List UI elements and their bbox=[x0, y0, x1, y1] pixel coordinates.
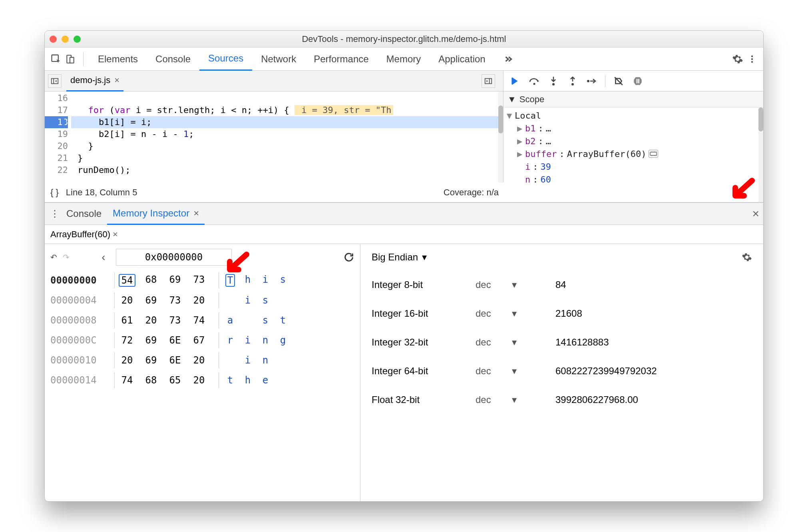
hex-char[interactable]: g bbox=[278, 335, 288, 346]
tab-console[interactable]: Console bbox=[147, 48, 199, 71]
hex-byte[interactable]: 74 bbox=[191, 315, 207, 326]
hex-char[interactable]: i bbox=[243, 335, 253, 346]
hex-byte[interactable]: 74 bbox=[119, 375, 135, 386]
hex-char[interactable]: t bbox=[278, 315, 288, 326]
close-subtab-icon[interactable]: × bbox=[113, 229, 118, 239]
tab-application[interactable]: Application bbox=[430, 48, 494, 71]
scope-section-header[interactable]: ▼ Scope bbox=[504, 91, 763, 107]
close-drawer-icon[interactable]: × bbox=[752, 207, 759, 220]
hex-char[interactable]: i bbox=[243, 355, 253, 366]
inspect-element-icon[interactable] bbox=[49, 52, 63, 66]
value-format-select[interactable]: dec▾ bbox=[476, 337, 555, 348]
hex-byte[interactable]: 69 bbox=[167, 274, 183, 287]
hex-char[interactable] bbox=[278, 295, 288, 306]
endianness-select[interactable]: Big Endian ▾ bbox=[372, 252, 427, 263]
kebab-menu-icon[interactable] bbox=[745, 52, 759, 66]
hex-byte[interactable]: 20 bbox=[191, 355, 207, 366]
tab-performance[interactable]: Performance bbox=[305, 48, 377, 71]
hex-row[interactable]: 0000000420697320 is bbox=[50, 290, 354, 310]
pretty-print-icon[interactable]: { } bbox=[50, 187, 59, 198]
hex-char[interactable]: t bbox=[225, 375, 235, 386]
hex-char[interactable] bbox=[278, 355, 288, 366]
hex-char[interactable]: s bbox=[261, 315, 270, 326]
drawer-tab-console[interactable]: Console bbox=[61, 202, 107, 225]
debugger-pane-toggle-icon[interactable] bbox=[482, 74, 495, 88]
hex-byte[interactable]: 69 bbox=[143, 355, 159, 366]
hex-byte[interactable]: 68 bbox=[143, 274, 159, 287]
hex-byte[interactable]: 73 bbox=[167, 315, 183, 326]
refresh-icon[interactable] bbox=[343, 252, 354, 263]
resume-button[interactable] bbox=[509, 75, 521, 87]
value-format-select[interactable]: dec▾ bbox=[476, 365, 555, 377]
drawer-kebab-icon[interactable]: ⋮ bbox=[49, 208, 61, 219]
hex-char[interactable]: a bbox=[225, 315, 235, 326]
hex-byte[interactable]: 20 bbox=[191, 295, 207, 306]
scope-var-b1[interactable]: ▶b1: … bbox=[507, 122, 760, 135]
step-out-button[interactable] bbox=[567, 75, 579, 87]
hex-row[interactable]: 0000000054686973This bbox=[50, 270, 354, 290]
address-input[interactable] bbox=[116, 249, 232, 266]
tab-memory[interactable]: Memory bbox=[378, 48, 430, 71]
hex-byte[interactable]: 20 bbox=[191, 375, 207, 386]
hex-row[interactable]: 0000001474686520the bbox=[50, 370, 354, 390]
settings-icon[interactable] bbox=[730, 52, 745, 66]
hex-char[interactable]: i bbox=[261, 274, 270, 287]
hex-char[interactable]: r bbox=[225, 335, 235, 346]
step-over-button[interactable] bbox=[528, 75, 540, 87]
tab-elements[interactable]: Elements bbox=[89, 48, 147, 71]
hex-char[interactable]: i bbox=[243, 295, 253, 306]
hex-char[interactable]: n bbox=[261, 355, 270, 366]
pause-on-exceptions-button[interactable] bbox=[632, 75, 644, 87]
hex-char[interactable] bbox=[243, 315, 253, 326]
close-tab-icon[interactable]: × bbox=[114, 75, 119, 85]
device-toolbar-icon[interactable] bbox=[63, 52, 78, 66]
hex-row[interactable]: 0000001020696E20 in bbox=[50, 350, 354, 370]
hex-byte[interactable]: 20 bbox=[119, 355, 135, 366]
value-format-select[interactable]: dec▾ bbox=[476, 394, 555, 405]
deactivate-breakpoints-button[interactable] bbox=[613, 75, 625, 87]
tab-overflow[interactable] bbox=[494, 48, 522, 71]
hex-row[interactable]: 0000000C72696E67ring bbox=[50, 330, 354, 350]
scope-var-i[interactable]: i: 39 bbox=[507, 160, 760, 173]
buffer-subtab[interactable]: ArrayBuffer(60) × bbox=[50, 229, 118, 240]
tab-sources[interactable]: Sources bbox=[199, 48, 252, 71]
hex-char[interactable]: e bbox=[261, 375, 270, 386]
source-file-tab[interactable]: demo-js.js × bbox=[66, 71, 123, 91]
hex-byte[interactable]: 68 bbox=[143, 375, 159, 386]
scope-local[interactable]: ▼Local bbox=[507, 109, 760, 122]
hex-char[interactable] bbox=[225, 295, 235, 306]
step-button[interactable] bbox=[586, 75, 598, 87]
drawer-tab-memory-inspector[interactable]: Memory Inspector × bbox=[107, 202, 205, 225]
hex-row[interactable]: 0000000861207374a st bbox=[50, 310, 354, 330]
scope-var-n[interactable]: n: 60 bbox=[507, 173, 760, 186]
hex-char[interactable] bbox=[278, 375, 288, 386]
hex-byte[interactable]: 61 bbox=[119, 315, 135, 326]
hex-char[interactable]: n bbox=[261, 335, 270, 346]
hex-byte[interactable]: 69 bbox=[143, 335, 159, 346]
hex-byte[interactable]: 20 bbox=[143, 315, 159, 326]
hex-byte[interactable]: 73 bbox=[191, 274, 207, 287]
hex-byte[interactable]: 73 bbox=[167, 295, 183, 306]
tab-network[interactable]: Network bbox=[252, 48, 305, 71]
hex-byte[interactable]: 20 bbox=[119, 295, 135, 306]
hex-char[interactable]: s bbox=[261, 295, 270, 306]
scope-var-buffer[interactable]: ▶buffer: ArrayBuffer(60) bbox=[507, 147, 760, 160]
hex-byte[interactable]: 72 bbox=[119, 335, 135, 346]
hex-char[interactable]: h bbox=[243, 375, 253, 386]
hex-byte[interactable]: 6E bbox=[167, 355, 183, 366]
value-format-select[interactable]: dec▾ bbox=[476, 308, 555, 319]
hex-byte[interactable]: 6E bbox=[167, 335, 183, 346]
undo-icon[interactable]: ↶ bbox=[50, 252, 57, 262]
hex-grid[interactable]: 0000000054686973This0000000420697320 is … bbox=[45, 270, 360, 390]
hex-char[interactable] bbox=[225, 355, 235, 366]
value-format-select[interactable]: dec▾ bbox=[476, 279, 555, 290]
hex-byte[interactable]: 65 bbox=[167, 375, 183, 386]
sidebar-scrollbar[interactable] bbox=[758, 107, 763, 202]
hex-char[interactable]: s bbox=[278, 274, 288, 287]
reveal-in-memory-icon[interactable] bbox=[649, 150, 658, 158]
redo-icon[interactable]: ↷ bbox=[63, 252, 70, 262]
navigator-toggle-icon[interactable] bbox=[48, 74, 62, 88]
scope-var-b2[interactable]: ▶b2: … bbox=[507, 135, 760, 147]
page-prev-button[interactable]: ‹ bbox=[97, 251, 110, 264]
value-settings-icon[interactable] bbox=[742, 252, 752, 262]
